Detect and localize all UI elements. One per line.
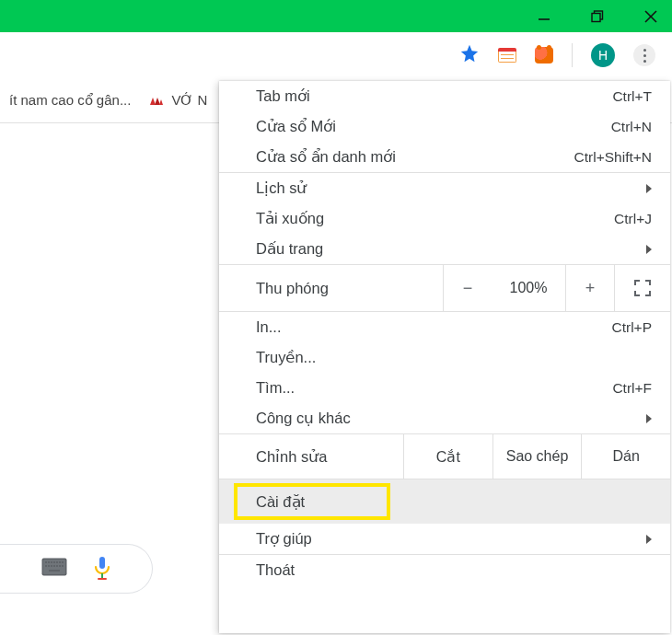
svg-rect-16 [51,565,52,567]
zoom-value: 100% [492,265,565,311]
keyboard-icon[interactable] [41,558,67,580]
menu-settings[interactable]: Cài đặt [219,479,670,524]
menu-label: Công cụ khác [256,410,641,427]
menu-label: In... [256,318,612,336]
extension-calendar-icon[interactable] [498,48,516,63]
menu-bookmarks[interactable]: Dấu trang [219,234,670,264]
menu-shortcut: Ctrl+J [614,211,652,227]
svg-rect-9 [51,561,52,563]
toolbar-separator [572,43,573,67]
menu-history[interactable]: Lịch sử [219,173,670,203]
menu-downloads[interactable]: Tải xuống Ctrl+J [219,203,670,234]
menu-edit-row: Chỉnh sửa Cắt Sao chép Dán [219,434,670,479]
menu-cast[interactable]: Truyền... [219,342,670,373]
menu-print[interactable]: In... Ctrl+P [219,312,670,342]
close-button[interactable] [641,6,661,27]
svg-rect-10 [53,561,55,563]
submenu-arrow-icon [646,245,652,254]
svg-rect-15 [48,565,50,567]
zoom-label: Thu phóng [219,265,443,311]
svg-rect-12 [59,561,61,563]
menu-exit[interactable]: Thoát [219,555,670,585]
menu-label: Tải xuống [256,210,614,227]
svg-rect-2 [592,13,600,21]
menu-zoom: Thu phóng − 100% + [219,265,670,311]
edit-label: Chỉnh sửa [219,448,403,466]
bookmark-label: VỚ N [171,92,207,109]
menu-shortcut: Ctrl+Shift+N [574,149,652,166]
extension-animal-icon[interactable] [535,47,553,64]
bookmark-label: ít nam cao cổ gân... [9,92,131,109]
svg-rect-11 [56,561,58,563]
menu-label: Thoát [256,561,652,579]
menu-help[interactable]: Trợ giúp [219,524,670,554]
search-pill [0,544,153,594]
menu-label: Cửa sổ Mới [256,118,611,135]
submenu-arrow-icon [646,414,652,423]
svg-rect-7 [45,561,47,563]
svg-rect-20 [62,565,64,567]
menu-new-incognito[interactable]: Cửa sổ ẩn danh mới Ctrl+Shift+N [219,142,670,172]
svg-rect-22 [99,557,105,569]
menu-shortcut: Ctrl+N [611,119,652,135]
bookmark-item[interactable]: VỚ N [149,92,207,109]
submenu-arrow-icon [646,535,652,544]
menu-label: Cài đặt [256,493,305,511]
menu-label: Dấu trang [256,240,641,258]
window-controls [534,0,661,32]
zoom-out-button[interactable]: − [443,265,492,311]
svg-rect-24 [98,578,107,580]
menu-label: Trợ giúp [256,530,641,548]
menu-new-window[interactable]: Cửa sổ Mới Ctrl+N [219,111,670,142]
svg-rect-19 [59,565,61,567]
menu-shortcut: Ctrl+F [612,380,652,397]
svg-rect-13 [62,561,64,563]
profile-avatar[interactable]: H [591,43,615,67]
menu-more-tools[interactable]: Công cụ khác [219,403,670,433]
menu-shortcut: Ctrl+T [612,88,652,105]
menu-label: Tìm... [256,379,612,397]
svg-rect-18 [56,565,58,567]
menu-shortcut: Ctrl+P [612,319,653,336]
menu-find[interactable]: Tìm... Ctrl+F [219,373,670,403]
bookmark-item[interactable]: ít nam cao cổ gân... [9,92,131,109]
mic-icon[interactable] [93,556,111,582]
toolbar: H [0,32,672,79]
svg-rect-21 [49,570,60,572]
menu-label: Tab mới [256,87,612,105]
edit-paste-button[interactable]: Dán [581,434,670,479]
edit-cut-button[interactable]: Cắt [403,434,492,479]
zoom-in-button[interactable]: + [565,265,614,311]
fullscreen-icon [633,279,652,297]
menu-label: Lịch sử [256,179,641,197]
titlebar [0,0,672,32]
menu-label: Truyền... [256,349,652,366]
bookmark-favicon-icon [149,95,164,106]
maximize-button[interactable] [587,6,608,27]
submenu-arrow-icon [646,184,652,193]
svg-rect-14 [45,565,47,567]
svg-rect-17 [53,565,55,567]
svg-rect-23 [101,573,103,578]
chrome-window: H ít nam cao cổ gân... VỚ N [0,0,672,635]
fullscreen-button[interactable] [614,265,670,311]
chrome-menu: Tab mới Ctrl+T Cửa sổ Mới Ctrl+N Cửa sổ … [219,81,670,633]
bookmark-star-icon[interactable] [459,43,480,67]
menu-button[interactable] [633,44,655,66]
minimize-button[interactable] [534,6,554,27]
svg-rect-8 [48,561,50,563]
menu-new-tab[interactable]: Tab mới Ctrl+T [219,81,670,111]
menu-label: Cửa sổ ẩn danh mới [256,148,574,166]
edit-copy-button[interactable]: Sao chép [492,434,582,479]
